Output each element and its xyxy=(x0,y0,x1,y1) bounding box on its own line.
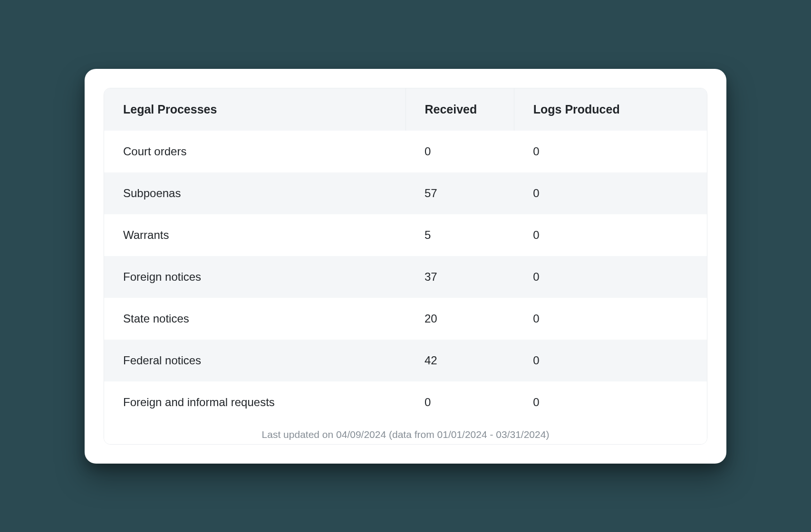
cell-received: 42 xyxy=(406,340,514,381)
col-header-logs: Logs Produced xyxy=(514,88,707,131)
table-row: Warrants 5 0 xyxy=(104,214,707,256)
cell-process: Warrants xyxy=(104,214,406,256)
cell-logs: 0 xyxy=(514,340,707,381)
table-row: Foreign notices 37 0 xyxy=(104,256,707,298)
table-row: Federal notices 42 0 xyxy=(104,340,707,381)
cell-received: 57 xyxy=(406,172,514,214)
cell-received: 0 xyxy=(406,381,514,423)
cell-process: Foreign notices xyxy=(104,256,406,298)
cell-process: Federal notices xyxy=(104,340,406,381)
table-row: Court orders 0 0 xyxy=(104,131,707,172)
cell-received: 5 xyxy=(406,214,514,256)
cell-process: State notices xyxy=(104,298,406,340)
table-row: Foreign and informal requests 0 0 xyxy=(104,381,707,423)
cell-logs: 0 xyxy=(514,381,707,423)
cell-received: 0 xyxy=(406,131,514,172)
legal-processes-table: Legal Processes Received Logs Produced C… xyxy=(104,88,707,423)
col-header-process: Legal Processes xyxy=(104,88,406,131)
cell-logs: 0 xyxy=(514,131,707,172)
table-header-row: Legal Processes Received Logs Produced xyxy=(104,88,707,131)
cell-received: 37 xyxy=(406,256,514,298)
col-header-received: Received xyxy=(406,88,514,131)
cell-process: Foreign and informal requests xyxy=(104,381,406,423)
table-container: Legal Processes Received Logs Produced C… xyxy=(104,88,707,445)
footer-note: Last updated on 04/09/2024 (data from 01… xyxy=(104,423,707,444)
cell-logs: 0 xyxy=(514,172,707,214)
cell-process: Court orders xyxy=(104,131,406,172)
cell-logs: 0 xyxy=(514,214,707,256)
cell-process: Subpoenas xyxy=(104,172,406,214)
cell-logs: 0 xyxy=(514,256,707,298)
report-card: Legal Processes Received Logs Produced C… xyxy=(85,69,726,464)
cell-logs: 0 xyxy=(514,298,707,340)
cell-received: 20 xyxy=(406,298,514,340)
table-row: State notices 20 0 xyxy=(104,298,707,340)
table-row: Subpoenas 57 0 xyxy=(104,172,707,214)
